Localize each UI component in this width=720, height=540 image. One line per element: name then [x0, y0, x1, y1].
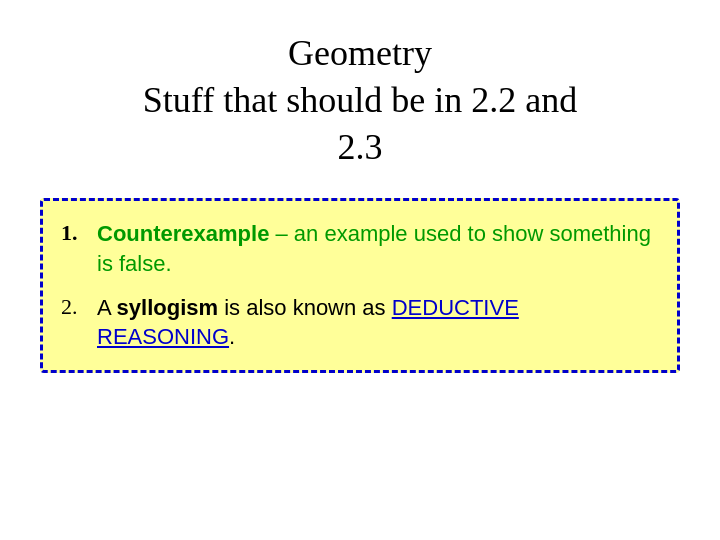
list-item: 1. Counterexample – an example used to s… [61, 219, 655, 278]
slide-title: Geometry Stuff that should be in 2.2 and… [143, 30, 577, 170]
list-item: 2. A syllogism is also known as DEDUCTIV… [61, 293, 655, 352]
title-line2: Stuff that should be in 2.2 and [143, 80, 577, 120]
item-2-text: A syllogism is also known as DEDUCTIVE R… [97, 293, 655, 352]
list-number-1: 1. [61, 219, 97, 246]
title-section: Geometry Stuff that should be in 2.2 and… [143, 30, 577, 170]
item-1-term: Counterexample [97, 221, 269, 246]
title-line3: 2.3 [338, 127, 383, 167]
title-line1: Geometry [288, 33, 432, 73]
list-number-2: 2. [61, 293, 97, 320]
content-box: 1. Counterexample – an example used to s… [40, 198, 680, 373]
item-2-term: syllogism [117, 295, 218, 320]
item-2-suffix: . [229, 324, 235, 349]
item-2-middle: is also known as [218, 295, 392, 320]
slide: Geometry Stuff that should be in 2.2 and… [0, 0, 720, 540]
item-1-text: Counterexample – an example used to show… [97, 219, 655, 278]
item-2-prefix: A [97, 295, 117, 320]
